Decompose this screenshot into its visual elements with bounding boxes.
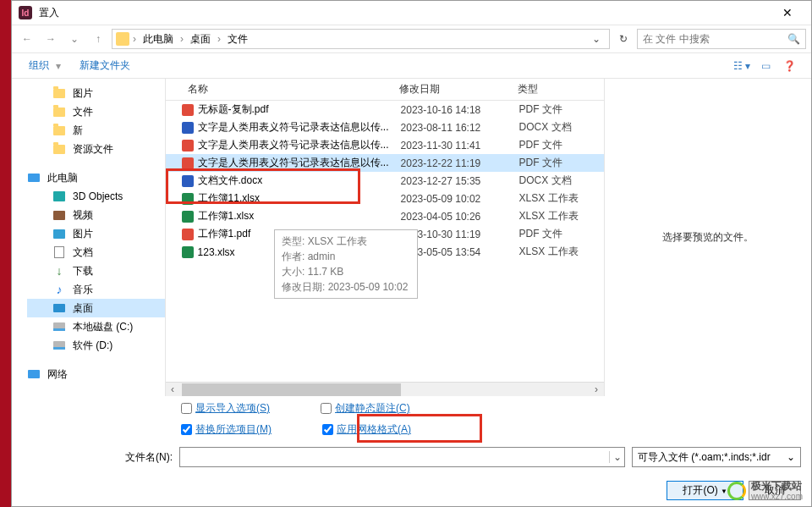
- file-row[interactable]: 工作簿11.xlsx2023-05-09 10:02XLSX 工作表: [166, 190, 604, 207]
- path-seg-desktop[interactable]: 桌面: [187, 30, 214, 48]
- file-date: 2023-04-05 10:26: [401, 211, 519, 223]
- chevron-down-icon[interactable]: ⌄: [609, 451, 624, 463]
- sidebar-item-network[interactable]: 网络: [12, 365, 165, 383]
- chevron-right-icon: ›: [178, 33, 185, 45]
- sidebar-item-videos[interactable]: 视频: [27, 206, 165, 224]
- cancel-button[interactable]: 取消: [749, 481, 801, 500]
- preview-toggle-button[interactable]: ▭: [754, 57, 777, 75]
- file-type: XLSX 工作表: [519, 245, 604, 259]
- file-row[interactable]: 文字是人类用表义符号记录表达信息以传...2023-11-30 11:41PDF…: [166, 136, 604, 154]
- open-button[interactable]: 打开(O) ▼: [667, 481, 743, 500]
- sidebar-item-disk-d[interactable]: 软件 (D:): [27, 336, 165, 355]
- path-box[interactable]: › 此电脑 › 桌面 › 文件 ⌄: [112, 29, 610, 49]
- file-date: 2023-05-09 10:02: [401, 193, 519, 205]
- sidebar-item-music[interactable]: ♪音乐: [27, 280, 165, 299]
- titlebar: Id 置入 ✕: [12, 1, 811, 25]
- sidebar-item-images[interactable]: 图片: [27, 224, 165, 243]
- file-name: 文字是人类用表义符号记录表达信息以传...: [198, 138, 401, 152]
- search-icon: 🔍: [787, 33, 800, 45]
- file-name: 文字是人类用表义符号记录表达信息以传...: [198, 156, 401, 170]
- help-button[interactable]: ❓: [777, 57, 801, 75]
- horizontal-scrollbar[interactable]: ‹ ›: [166, 382, 604, 396]
- close-icon[interactable]: ✕: [771, 1, 804, 25]
- path-dropdown-icon[interactable]: ⌄: [587, 33, 606, 45]
- file-date: 2023-08-11 16:12: [401, 122, 519, 134]
- column-header[interactable]: 名称 修改日期 类型: [166, 79, 604, 101]
- sidebar-item-desktop[interactable]: 桌面: [27, 299, 165, 317]
- word-file-icon: [181, 174, 195, 188]
- file-filter-dropdown[interactable]: 可导入文件 (*.oam;*.inds;*.idr ⌄: [632, 447, 801, 467]
- path-seg-root[interactable]: 此电脑: [140, 30, 177, 48]
- file-date: 2023-12-27 15:35: [401, 175, 519, 187]
- search-box[interactable]: 🔍: [637, 29, 806, 49]
- replace-selected-checkbox[interactable]: 替换所选项目(M): [181, 422, 272, 437]
- up-button[interactable]: ↑: [88, 29, 108, 49]
- refresh-button[interactable]: ↻: [613, 29, 634, 49]
- sidebar-item-disk-c[interactable]: 本地磁盘 (C:): [27, 317, 165, 336]
- nav-row: ← → ⌄ ↑ › 此电脑 › 桌面 › 文件 ⌄ ↻ 🔍: [12, 25, 811, 53]
- file-date: 2023-10-30 11:19: [401, 229, 519, 240]
- show-import-options-checkbox[interactable]: 显示导入选项(S): [181, 401, 270, 416]
- sidebar-item-new[interactable]: 新: [27, 121, 165, 140]
- file-type: XLSX 工作表: [519, 209, 604, 223]
- create-static-caption-checkbox[interactable]: 创建静态题注(C): [321, 401, 410, 416]
- sidebar-item-pictures[interactable]: 图片: [27, 84, 165, 102]
- file-row[interactable]: 工作簿1.xlsx2023-04-05 10:26XLSX 工作表: [166, 207, 604, 225]
- apply-grid-format-checkbox[interactable]: 应用网格格式(A): [322, 422, 411, 437]
- file-type: PDF 文件: [519, 227, 604, 241]
- col-date[interactable]: 修改日期: [392, 79, 511, 100]
- sidebar-item-downloads[interactable]: ↓下载: [27, 262, 165, 280]
- view-mode-button[interactable]: ☷ ▾: [730, 57, 754, 75]
- options-row-2: 替换所选项目(M) 应用网格格式(A): [12, 417, 811, 438]
- tool-row: 组织 ▾ 新建文件夹 ☷ ▾ ▭ ❓: [12, 53, 811, 79]
- filename-input[interactable]: ⌄: [179, 447, 625, 467]
- pdf-file-icon: [181, 228, 195, 241]
- file-row[interactable]: 文字是人类用表义符号记录表达信息以传...2023-12-22 11:19PDF…: [166, 154, 604, 172]
- recent-dropdown[interactable]: ⌄: [64, 29, 85, 49]
- scroll-left-icon[interactable]: ‹: [166, 383, 180, 397]
- sidebar-item-documents[interactable]: 文档: [27, 243, 165, 262]
- xlsx-file-icon: [181, 210, 195, 223]
- sidebar-item-resources[interactable]: 资源文件: [27, 140, 165, 158]
- file-type: DOCX 文档: [519, 174, 604, 188]
- col-name[interactable]: 名称: [181, 79, 392, 100]
- download-icon: ↓: [52, 264, 66, 278]
- preview-pane: 选择要预览的文件。: [605, 79, 811, 396]
- xlsx-file-icon: [181, 192, 195, 206]
- file-type: PDF 文件: [519, 102, 604, 117]
- file-type: DOCX 文档: [519, 120, 604, 135]
- file-type: XLSX 工作表: [519, 191, 604, 206]
- sidebar-item-files[interactable]: 文件: [27, 102, 165, 121]
- sidebar: 图片 文件 新 资源文件 此电脑 3D Objects 视频 图片 文档 ↓下载…: [12, 79, 166, 396]
- file-date: 2023-11-30 11:41: [401, 140, 519, 152]
- file-date: 2023-12-22 11:19: [401, 157, 519, 169]
- word-file-icon: [181, 121, 195, 135]
- file-row[interactable]: 文档文件.docx2023-12-27 15:35DOCX 文档: [166, 172, 604, 190]
- file-row[interactable]: 无标题-复制.pdf2023-10-16 14:18PDF 文件: [166, 101, 604, 118]
- file-name: 文字是人类用表义符号记录表达信息以传...: [198, 120, 401, 135]
- scroll-thumb[interactable]: [182, 383, 401, 396]
- app-icon: Id: [19, 6, 32, 19]
- col-type[interactable]: 类型: [511, 79, 595, 100]
- file-row[interactable]: 文字是人类用表义符号记录表达信息以传...2023-08-11 16:12DOC…: [166, 118, 604, 136]
- file-date: 2023-05-05 13:54: [401, 246, 519, 258]
- music-icon: ♪: [52, 283, 66, 296]
- search-input[interactable]: [643, 33, 784, 45]
- new-folder-button[interactable]: 新建文件夹: [73, 55, 137, 76]
- back-button[interactable]: ←: [17, 29, 37, 49]
- button-row: 打开(O) ▼ 取消: [12, 476, 811, 507]
- path-seg-files[interactable]: 文件: [224, 30, 251, 48]
- scroll-right-icon[interactable]: ›: [590, 383, 604, 397]
- place-dialog: Id 置入 ✕ ← → ⌄ ↑ › 此电脑 › 桌面 › 文件 ⌄ ↻ 🔍 组织…: [11, 0, 812, 507]
- file-name: 工作簿11.xlsx: [198, 191, 401, 206]
- organize-menu[interactable]: 组织: [22, 55, 56, 76]
- file-name: 文档文件.docx: [198, 174, 401, 188]
- chevron-down-icon: ⌄: [787, 451, 795, 463]
- pdf-file-icon: [181, 103, 195, 117]
- forward-button: →: [41, 29, 61, 49]
- chevron-right-icon: ›: [216, 33, 222, 45]
- sidebar-item-thispc[interactable]: 此电脑: [12, 168, 165, 187]
- file-tooltip: 类型: XLSX 工作表 作者: admin 大小: 11.7 KB 修改日期:…: [274, 229, 418, 299]
- file-name: 工作簿1.xlsx: [198, 209, 401, 223]
- sidebar-item-3dobjects[interactable]: 3D Objects: [27, 187, 165, 206]
